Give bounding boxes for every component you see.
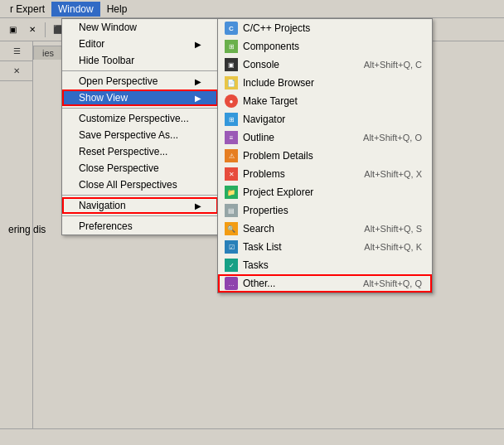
search-shortcut: Alt+Shift+Q, S xyxy=(364,224,422,234)
menu-item-reset-perspective[interactable]: Reset Perspective... xyxy=(62,143,218,160)
tasks-icon: ✓ xyxy=(225,259,238,272)
show-view-submenu[interactable]: C C/C++ Projects ⊞ Components ▣ Console … xyxy=(217,18,433,293)
problems-icon: ✕ xyxy=(225,167,238,181)
statusbar xyxy=(0,428,504,445)
side-tabs: ☰ ✕ xyxy=(0,41,33,439)
search-icon: 🔍 xyxy=(225,222,238,235)
window-menu[interactable]: New Window Editor ▶ Hide Toolbar Open Pe… xyxy=(61,18,219,235)
submenu-item-tasks[interactable]: ✓ Tasks xyxy=(218,256,432,274)
menu-item-show-view[interactable]: Show View ▶ xyxy=(62,89,218,106)
menu-sep-1 xyxy=(62,70,218,71)
menu-item-new-window[interactable]: New Window xyxy=(62,19,218,36)
menu-item-close-all-perspectives[interactable]: Close All Perspectives xyxy=(62,177,218,193)
menu-item-editor[interactable]: Editor ▶ xyxy=(62,36,218,52)
submenu-item-include-browser[interactable]: 📄 Include Browser xyxy=(218,74,432,92)
open-perspective-arrow-icon: ▶ xyxy=(195,77,201,86)
components-icon: ⊞ xyxy=(225,40,238,53)
main-content-hint: ering dis xyxy=(8,224,46,235)
submenu-item-outline[interactable]: ≡ Outline Alt+Shift+Q, O xyxy=(218,128,432,147)
submenu-item-navigator[interactable]: ⊞ Navigator xyxy=(218,110,432,128)
side-tab-2[interactable]: ✕ xyxy=(0,61,33,81)
menu-sep-4 xyxy=(62,215,218,216)
menu-item-close-perspective[interactable]: Close Perspective xyxy=(62,160,218,177)
project-explorer-icon: 📁 xyxy=(225,186,238,199)
editor-arrow-icon: ▶ xyxy=(195,40,201,49)
submenu-item-problems[interactable]: ✕ Problems Alt+Shift+Q, X xyxy=(218,165,432,183)
menu-item-navigation[interactable]: Navigation ▶ xyxy=(62,197,218,214)
make-target-icon: ● xyxy=(225,94,238,108)
submenu-item-task-list[interactable]: ☑ Task List Alt+Shift+Q, K xyxy=(218,238,432,256)
toolbar-btn-2[interactable]: ✕ xyxy=(23,21,41,39)
submenu-item-cpp-projects[interactable]: C C/C++ Projects xyxy=(218,19,432,37)
menubar: r Expert Window Help xyxy=(0,0,504,18)
submenu-item-other[interactable]: … Other... Alt+Shift+Q, Q xyxy=(218,274,432,293)
navigation-arrow-icon: ▶ xyxy=(195,201,201,210)
submenu-item-search[interactable]: 🔍 Search Alt+Shift+Q, S xyxy=(218,220,432,238)
other-icon: … xyxy=(225,277,238,290)
submenu-item-console[interactable]: ▣ Console Alt+Shift+Q, C xyxy=(218,56,432,74)
menu-sep-3 xyxy=(62,195,218,196)
menu-item-preferences[interactable]: Preferences xyxy=(62,218,218,235)
problems-shortcut: Alt+Shift+Q, X xyxy=(364,169,422,179)
menubar-item-window[interactable]: Window xyxy=(51,2,100,17)
navigator-icon: ⊞ xyxy=(225,113,238,126)
menubar-item-help[interactable]: Help xyxy=(100,2,134,17)
task-list-shortcut: Alt+Shift+Q, K xyxy=(364,242,422,252)
tab-ies[interactable]: ies xyxy=(33,46,63,60)
menu-item-open-perspective[interactable]: Open Perspective ▶ xyxy=(62,73,218,89)
console-shortcut: Alt+Shift+Q, C xyxy=(364,60,422,70)
show-view-arrow-icon: ▶ xyxy=(195,94,201,103)
submenu-item-project-explorer[interactable]: 📁 Project Explorer xyxy=(218,183,432,201)
submenu-item-properties[interactable]: ▤ Properties xyxy=(218,201,432,220)
menu-item-save-perspective[interactable]: Save Perspective As... xyxy=(62,127,218,143)
outline-icon: ≡ xyxy=(225,131,238,144)
menubar-item-expert[interactable]: r Expert xyxy=(3,2,51,17)
outline-shortcut: Alt+Shift+Q, O xyxy=(363,133,422,143)
submenu-item-components[interactable]: ⊞ Components xyxy=(218,37,432,56)
properties-icon: ▤ xyxy=(225,204,238,217)
console-icon: ▣ xyxy=(225,58,238,71)
include-browser-icon: 📄 xyxy=(225,76,238,89)
cpp-projects-icon: C xyxy=(225,22,238,35)
submenu-item-problem-details[interactable]: ⚠ Problem Details xyxy=(218,147,432,165)
menu-item-hide-toolbar[interactable]: Hide Toolbar xyxy=(62,52,218,69)
side-tab-1[interactable]: ☰ xyxy=(0,41,33,61)
menu-sep-2 xyxy=(62,108,218,109)
problem-details-icon: ⚠ xyxy=(225,149,238,162)
toolbar-sep-1 xyxy=(45,22,46,37)
other-shortcut: Alt+Shift+Q, Q xyxy=(363,278,422,288)
menu-item-customize-perspective[interactable]: Customize Perspective... xyxy=(62,110,218,127)
task-list-icon: ☑ xyxy=(225,240,238,254)
submenu-item-make-target[interactable]: ● Make Target xyxy=(218,92,432,110)
toolbar-btn-1[interactable]: ▣ xyxy=(3,21,22,39)
